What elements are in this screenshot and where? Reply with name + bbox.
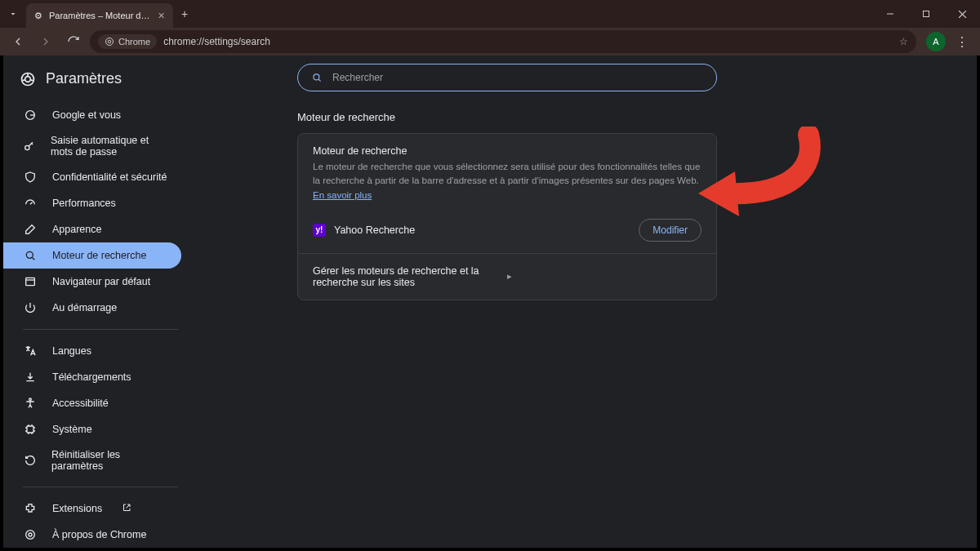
browser-tab[interactable]: ⚙ Paramètres – Moteur de recherc ✕ <box>26 3 173 28</box>
settings-content: Paramètres Google et vous Saisie automat… <box>3 56 977 548</box>
svg-rect-1 <box>924 11 929 17</box>
shield-icon <box>23 171 38 184</box>
kebab-menu-icon[interactable]: ⋮ <box>951 34 973 50</box>
sidebar-item-extensions[interactable]: Extensions <box>3 495 181 522</box>
card-description: Le moteur de recherche que vous sélectio… <box>313 160 702 202</box>
svg-line-9 <box>30 79 33 80</box>
svg-point-4 <box>106 38 114 46</box>
search-engine-card: Moteur de recherche Le moteur de recherc… <box>297 133 717 300</box>
svg-point-18 <box>29 533 32 536</box>
tab-title: Paramètres – Moteur de recherc <box>49 11 151 20</box>
address-bar: Chrome chrome://settings/search ☆ A ⋮ <box>0 28 980 56</box>
download-icon <box>23 371 38 384</box>
browser-icon <box>23 275 38 288</box>
power-icon <box>23 301 38 314</box>
sidebar-item-about[interactable]: À propos de Chrome <box>3 522 181 548</box>
window-close-button[interactable] <box>944 0 980 28</box>
svg-point-12 <box>25 145 29 149</box>
sidebar-item-search-engine[interactable]: Moteur de recherche <box>3 242 181 269</box>
svg-point-17 <box>26 531 35 540</box>
window-minimize-button[interactable] <box>872 0 908 28</box>
sidebar-item-reset[interactable]: Réinitialiser les paramètres <box>3 442 181 478</box>
settings-sidebar: Paramètres Google et vous Saisie automat… <box>3 56 191 548</box>
sidebar-item-default-browser[interactable]: Navigateur par défaut <box>3 269 181 295</box>
reset-icon <box>23 454 37 467</box>
accessibility-icon <box>23 397 38 410</box>
chrome-logo-icon <box>20 71 36 87</box>
sidebar-item-startup[interactable]: Au démarrage <box>3 295 181 321</box>
section-title: Moteur de recherche <box>297 111 395 123</box>
settings-main: Moteur de recherche Moteur de recherche … <box>191 56 977 548</box>
sidebar-item-system[interactable]: Système <box>3 416 181 442</box>
modify-button[interactable]: Modifier <box>639 219 702 242</box>
card-heading: Moteur de recherche <box>313 145 702 157</box>
new-tab-button[interactable]: + <box>173 7 196 20</box>
chevron-right-icon: ▸ <box>507 271 702 282</box>
separator <box>23 487 178 487</box>
chrome-logo-icon <box>105 37 114 47</box>
chrome-chip: Chrome <box>98 34 157 49</box>
chrome-outline-icon <box>23 528 38 541</box>
google-g-icon <box>23 109 38 122</box>
svg-point-7 <box>25 76 31 82</box>
sidebar-item-accessibility[interactable]: Accessibilité <box>3 390 181 416</box>
manage-engines-label: Gérer les moteurs de recherche et la rec… <box>313 265 507 288</box>
search-icon <box>23 249 38 262</box>
sidebar-item-google[interactable]: Google et vous <box>3 102 181 128</box>
tab-search-dropdown[interactable] <box>0 9 26 19</box>
svg-point-15 <box>29 398 32 401</box>
translate-icon <box>23 344 38 358</box>
open-external-icon <box>122 503 131 515</box>
svg-point-5 <box>108 40 111 43</box>
close-tab-icon[interactable]: ✕ <box>158 11 165 21</box>
window-maximize-button[interactable] <box>908 0 944 28</box>
sidebar-item-autofill[interactable]: Saisie automatique et mots de passe <box>3 128 181 164</box>
nav-reload-button[interactable] <box>62 30 85 53</box>
svg-rect-14 <box>26 278 35 285</box>
puzzle-icon <box>23 502 38 515</box>
yahoo-icon: y! <box>313 224 326 237</box>
sidebar-item-privacy[interactable]: Confidentialité et sécurité <box>3 164 181 190</box>
svg-line-10 <box>22 79 25 80</box>
palette-icon <box>23 223 38 236</box>
url-text: chrome://settings/search <box>163 36 270 47</box>
svg-point-19 <box>314 74 319 80</box>
bookmark-star-icon[interactable]: ☆ <box>899 36 908 47</box>
speedometer-icon <box>23 197 38 210</box>
settings-search-box[interactable] <box>297 64 717 91</box>
system-icon <box>23 423 38 436</box>
key-icon <box>23 140 36 153</box>
window-titlebar: ⚙ Paramètres – Moteur de recherc ✕ + <box>0 0 980 28</box>
sidebar-item-appearance[interactable]: Apparence <box>3 216 181 242</box>
nav-back-button[interactable] <box>7 30 29 53</box>
separator <box>23 329 178 330</box>
sidebar-item-downloads[interactable]: Téléchargements <box>3 364 181 390</box>
url-box[interactable]: Chrome chrome://settings/search ☆ <box>90 30 916 53</box>
manage-engines-row[interactable]: Gérer les moteurs de recherche et la rec… <box>298 254 716 300</box>
current-engine-name: Yahoo Recherche <box>334 224 630 236</box>
sidebar-item-languages[interactable]: Langues <box>3 338 181 364</box>
nav-forward-button[interactable] <box>34 30 57 53</box>
sidebar-item-performance[interactable]: Performances <box>3 190 181 216</box>
search-icon <box>311 72 323 83</box>
settings-brand: Paramètres <box>3 70 191 99</box>
settings-search-input[interactable] <box>332 72 703 83</box>
svg-point-13 <box>26 251 33 258</box>
gear-icon: ⚙ <box>34 11 42 21</box>
svg-rect-16 <box>27 426 33 433</box>
learn-more-link[interactable]: En savoir plus <box>313 190 372 200</box>
profile-avatar[interactable]: A <box>926 32 946 51</box>
page-title: Paramètres <box>46 70 122 87</box>
